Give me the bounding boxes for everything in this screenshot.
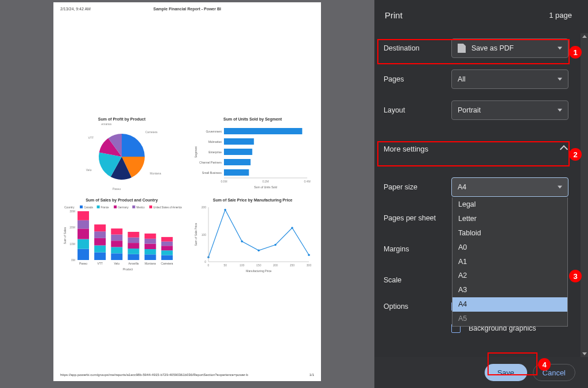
svg-text:0.4M: 0.4M [304, 180, 310, 183]
svg-text:0M: 0M [71, 258, 75, 262]
svg-text:United States of America: United States of America [153, 206, 182, 209]
layout-select[interactable]: Portrait [451, 100, 568, 120]
svg-text:200: 200 [273, 263, 278, 267]
svg-text:Mexico: Mexico [136, 206, 145, 209]
chart-pie-title: Sum of Profit by Product [98, 117, 145, 121]
paper-option-a4[interactable]: A4 [452, 297, 567, 312]
svg-point-78 [258, 250, 260, 252]
svg-text:Channel Partners: Channel Partners [199, 161, 222, 164]
svg-rect-34 [78, 239, 89, 249]
svg-rect-51 [128, 254, 140, 260]
preview-header-title: Sample Financial Report - Power BI [53, 7, 321, 11]
destination-select[interactable]: Save as PDF [451, 38, 568, 58]
svg-point-81 [308, 254, 310, 256]
svg-rect-64 [161, 250, 173, 255]
preview-footer-url: https://app.powerbi.com/groups/me/report… [60, 373, 248, 377]
svg-text:Amarilla: Amarilla [128, 262, 138, 265]
label-paper-size: Paper size [384, 183, 451, 191]
chevron-down-icon [558, 47, 562, 50]
paper-option-a3[interactable]: A3 [452, 283, 567, 297]
svg-rect-14 [224, 169, 249, 176]
svg-rect-49 [111, 228, 122, 234]
badge-1: 1 [569, 46, 582, 59]
svg-text:France: France [101, 206, 110, 209]
svg-text:150: 150 [256, 263, 261, 267]
svg-text:Product: Product [123, 267, 133, 271]
paper-option-a5[interactable]: A5 [452, 312, 567, 326]
svg-text:Midmarket: Midmarket [208, 140, 222, 143]
svg-text:0: 0 [204, 260, 206, 263]
svg-text:0: 0 [208, 263, 210, 267]
label-options: Options [384, 302, 451, 311]
svg-text:Montana: Montana [145, 262, 156, 265]
label-destination: Destination [384, 44, 451, 52]
paper-size-dropdown[interactable]: LegalLetterTabloidA0A1A2A3A4A5 [452, 197, 568, 327]
print-settings-panel: Print 1 page Destination Save as PDF Pag… [374, 0, 588, 388]
svg-rect-63 [161, 255, 173, 261]
svg-rect-41 [94, 238, 106, 246]
more-settings-header[interactable]: More settings [374, 136, 581, 161]
chart-hbar-title: Sum of Units Sold by Segment [223, 117, 282, 121]
svg-rect-52 [128, 249, 140, 254]
chart-stacked: Sum of Sales by Product and Country Coun… [59, 198, 184, 279]
svg-rect-27 [114, 205, 117, 208]
svg-text:20M: 20M [69, 226, 75, 229]
svg-rect-66 [161, 242, 173, 246]
layout-value: Portrait [458, 106, 481, 114]
scrollbar[interactable] [581, 33, 588, 357]
svg-rect-45 [111, 253, 122, 260]
scroll-down-icon[interactable] [582, 352, 587, 355]
chart-line-title: Sum of Sale Price by Manufacturing Price [213, 198, 292, 202]
svg-rect-10 [224, 149, 252, 155]
pdf-file-icon [458, 44, 466, 53]
paper-option-a1[interactable]: A1 [452, 255, 567, 269]
svg-rect-60 [145, 239, 156, 244]
paper-option-a2[interactable]: A2 [452, 269, 567, 283]
destination-value: Save as PDF [471, 44, 514, 52]
action-bar: Save Cancel [374, 357, 588, 388]
print-preview-pane: 2/13/24, 9:42 AM Sample Financial Report… [0, 0, 374, 388]
pages-select[interactable]: All [451, 69, 568, 89]
svg-text:VTT: VTT [97, 262, 102, 265]
svg-point-79 [274, 244, 277, 246]
scroll-up-icon[interactable] [582, 35, 587, 38]
svg-text:Velo: Velo [114, 262, 119, 265]
more-settings-label: More settings [384, 145, 428, 153]
chart-pie: Sum of Profit by Product CarreteraMontan… [59, 117, 184, 192]
badge-2: 2 [569, 148, 582, 161]
svg-rect-58 [145, 249, 156, 254]
chart-hbar: Sum of Units Sold by Segment GovernmentM… [190, 117, 315, 192]
label-layout: Layout [384, 106, 451, 114]
paper-option-a0[interactable]: A0 [452, 240, 567, 255]
paper-size-select[interactable]: A4 LegalLetterTabloidA0A1A2A3A4A5 [451, 177, 568, 197]
paper-option-legal[interactable]: Legal [452, 197, 567, 212]
svg-text:0.2M: 0.2M [262, 180, 269, 183]
svg-rect-47 [111, 240, 122, 247]
chevron-up-icon [560, 145, 568, 153]
svg-text:Sum of Units Sold: Sum of Units Sold [254, 185, 277, 189]
svg-text:0.0M: 0.0M [220, 180, 227, 183]
svg-text:Segment: Segment [194, 146, 198, 158]
svg-rect-12 [224, 159, 250, 165]
svg-text:Canada: Canada [84, 206, 93, 209]
svg-text:Paseo: Paseo [113, 187, 121, 191]
svg-rect-33 [78, 249, 89, 260]
paper-option-tabloid[interactable]: Tabloid [452, 226, 567, 240]
svg-rect-57 [145, 254, 156, 260]
label-margins: Margins [384, 245, 451, 253]
svg-text:100: 100 [239, 263, 245, 267]
svg-text:Amarilla: Amarilla [101, 123, 111, 126]
svg-text:Germany: Germany [118, 206, 129, 209]
svg-text:10M: 10M [69, 242, 75, 246]
svg-text:200: 200 [202, 205, 207, 209]
svg-text:VTT: VTT [88, 136, 94, 139]
svg-rect-31 [149, 205, 152, 208]
paper-option-letter[interactable]: Letter [452, 212, 567, 226]
svg-point-76 [224, 209, 226, 211]
svg-rect-36 [78, 220, 89, 229]
svg-text:Carretera: Carretera [145, 130, 157, 134]
save-button[interactable]: Save [485, 364, 527, 381]
svg-text:Country: Country [64, 205, 75, 209]
svg-rect-42 [94, 231, 106, 238]
svg-text:Manufacturing Price: Manufacturing Price [246, 269, 272, 273]
